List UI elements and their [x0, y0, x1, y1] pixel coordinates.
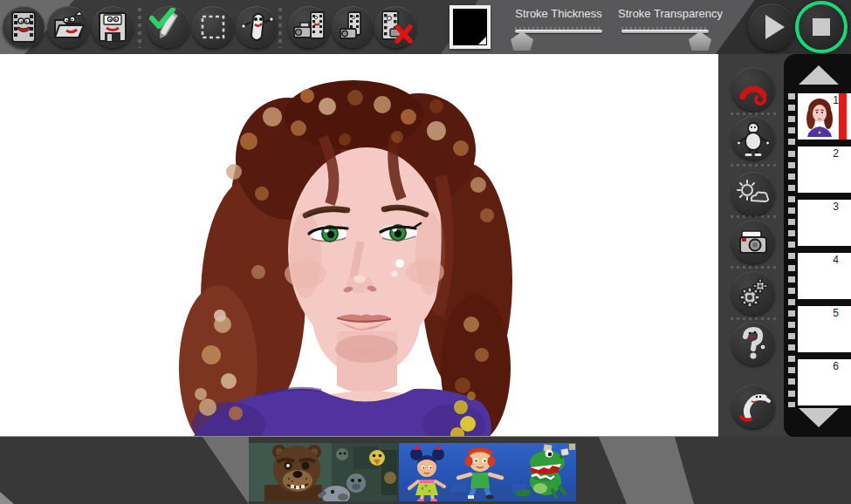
slider-track[interactable] [621, 30, 709, 33]
render-film-button[interactable] [332, 6, 374, 48]
sun-cloud-icon [734, 174, 772, 213]
filmstrip-sprocket-holes [788, 93, 795, 407]
brush-arc-button[interactable] [731, 67, 775, 111]
help-button[interactable] [731, 322, 775, 365]
frame-number: 3 [833, 201, 839, 213]
open-film-button[interactable] [47, 6, 89, 48]
import-frame-button[interactable] [288, 6, 330, 48]
camera-film-icon [333, 8, 372, 46]
question-mark-icon [734, 324, 772, 363]
frame-number: 2 [833, 147, 839, 160]
color-swatch[interactable] [450, 5, 491, 49]
puppet-icon [734, 119, 772, 157]
undo-swoosh-icon [734, 387, 772, 426]
swatch-corner-icon [478, 37, 486, 44]
frame-thumbnail-6[interactable]: 6 [798, 359, 851, 405]
frame-number: 5 [833, 307, 839, 319]
pen-tool-button[interactable] [148, 6, 189, 48]
stroke-thickness-label: Stroke Thickness [498, 7, 620, 20]
filmstrip-scroll-down-button[interactable] [799, 408, 839, 427]
floppy-face-icon [93, 8, 132, 46]
painted-portrait [0, 54, 718, 436]
stroke-transparency-thumb[interactable] [689, 31, 711, 51]
stop-square-icon [813, 18, 830, 36]
sidebar-separator [731, 215, 776, 218]
frame-thumbnail-5[interactable]: 5 [798, 306, 851, 352]
sidebar-separator [731, 112, 776, 115]
selected-frame-indicator [839, 93, 847, 140]
filmstrip-red-x-icon [376, 8, 415, 46]
sidebar-separator [731, 164, 776, 167]
bottom-bar [0, 437, 851, 504]
kids-dino-ad-thumbnail[interactable] [399, 443, 576, 501]
frame-thumbnail-2[interactable]: 2 [798, 146, 851, 193]
frame-number: 6 [833, 360, 839, 372]
toolbar-separator [138, 8, 141, 48]
eraser-character-icon [237, 8, 276, 46]
select-tool-button[interactable] [192, 6, 234, 48]
frame-thumbnail-1[interactable]: 1 [798, 93, 851, 140]
save-film-button[interactable] [92, 6, 134, 48]
stroke-transparency-slider[interactable] [621, 26, 709, 52]
selected-check-icon [149, 8, 175, 29]
sidebar-separator [731, 317, 776, 320]
slider-track[interactable] [515, 30, 602, 33]
frame-number: 1 [833, 94, 839, 106]
scene-button[interactable] [731, 172, 775, 215]
folder-face-icon [49, 8, 87, 46]
sidebar-separator [731, 266, 776, 269]
frame-number: 4 [833, 254, 839, 266]
frame-thumbnail-3[interactable]: 3 [798, 200, 851, 246]
fnaf-ad-thumbnail[interactable] [249, 443, 397, 501]
red-arc-icon [734, 70, 772, 108]
character-button[interactable] [731, 116, 775, 160]
play-triangle-icon [765, 15, 785, 39]
stroke-transparency-label: Stroke Transparency [609, 7, 731, 20]
eraser-tool-button[interactable] [236, 6, 278, 48]
stroke-thickness-thumb[interactable] [511, 31, 533, 51]
camera-icon [734, 222, 772, 261]
stroke-thickness-slider[interactable] [515, 26, 602, 52]
undo-button[interactable] [731, 385, 775, 428]
photo-button[interactable] [731, 220, 775, 263]
settings-button[interactable] [731, 271, 775, 315]
new-film-button[interactable] [3, 6, 45, 48]
toolbar-separator [278, 8, 282, 48]
frame-thumbnail-4[interactable]: 4 [798, 253, 851, 299]
play-button[interactable] [748, 3, 795, 51]
delete-film-button[interactable] [374, 6, 416, 48]
app-window: Stroke Thickness Stroke Transparency [0, 0, 851, 504]
filmstrip-scroll-up-button[interactable] [799, 65, 839, 85]
kids-dino-ad-image [399, 443, 576, 501]
dashed-square-icon [194, 8, 232, 46]
filmstrip-panel: 1 2 3 4 5 6 [784, 54, 851, 438]
top-toolbar: Stroke Thickness Stroke Transparency [0, 0, 851, 54]
stop-button[interactable] [795, 1, 848, 53]
camera-filmstrip-icon [290, 8, 328, 46]
gears-icon [734, 274, 772, 312]
filmstrip-face-icon [4, 8, 43, 46]
fnaf-ad-image [249, 443, 397, 501]
drawing-canvas[interactable] [0, 54, 718, 438]
